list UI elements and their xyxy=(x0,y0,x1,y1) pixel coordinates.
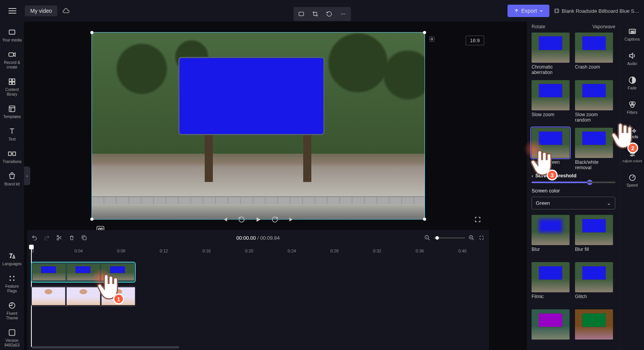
effect-subsection-toggle[interactable]: ‹ Screen threshold xyxy=(532,173,615,178)
export-button[interactable]: Export xyxy=(508,5,549,17)
fx-label: Blur xyxy=(532,247,570,257)
aspect-ratio-chip[interactable]: 16:9 xyxy=(466,36,484,45)
tab-label: Speed xyxy=(627,183,638,187)
more-icon[interactable] xyxy=(337,9,349,19)
sidebar-item-theme[interactable]: Fluent Theme xyxy=(1,299,23,323)
timeline-zoom-controls xyxy=(424,234,485,241)
rotate-icon[interactable] xyxy=(323,9,335,19)
sidebar-label: Record & create xyxy=(2,60,22,70)
screen-color-label: Screen color xyxy=(532,188,615,194)
tab-label: Filters xyxy=(627,110,637,115)
svg-point-39 xyxy=(629,175,635,181)
effect-extra2[interactable] xyxy=(575,309,614,341)
undo-icon[interactable] xyxy=(31,234,38,241)
svg-point-37 xyxy=(632,153,634,154)
sidebar-item-templates[interactable]: Templates xyxy=(1,102,23,122)
billboard-bluescreen xyxy=(178,57,325,135)
tab-fade[interactable]: Fade xyxy=(622,74,643,92)
select-value: Green xyxy=(536,200,550,206)
total-time: 00:09.84 xyxy=(260,235,280,241)
svg-point-15 xyxy=(13,276,15,278)
timeline-scrollbar[interactable] xyxy=(32,346,179,348)
project-title[interactable]: My video xyxy=(25,5,57,16)
fx-label: Crash zoom xyxy=(575,64,614,75)
sidebar-item-media[interactable]: Your media xyxy=(1,26,23,45)
cloud-sync-icon xyxy=(62,7,70,15)
sidebar-item-library[interactable]: Content library xyxy=(1,75,23,99)
duplicate-icon[interactable] xyxy=(81,234,88,241)
rewind-icon[interactable] xyxy=(238,216,245,225)
svg-rect-19 xyxy=(9,330,15,336)
canvas-selection[interactable]: 16:9 CC xyxy=(92,32,425,220)
svg-rect-13 xyxy=(13,152,16,155)
ruler-tick: 0:40 xyxy=(458,249,466,253)
fx-label: Slow zoom random xyxy=(575,112,614,123)
effect-bw-removal[interactable]: Black/white removal xyxy=(575,128,614,171)
tab-label: Fade xyxy=(628,86,637,90)
sidebar-item-version[interactable]: Version 8482a53 xyxy=(1,326,23,350)
slider-thumb[interactable] xyxy=(587,180,592,185)
zoom-in-icon[interactable] xyxy=(468,234,475,241)
skip-back-icon[interactable] xyxy=(222,216,229,225)
effect-slow-zoom-random[interactable]: Slow zoom random xyxy=(575,80,614,123)
zoom-slider[interactable] xyxy=(434,237,465,238)
tab-label: Adjust colors xyxy=(622,159,642,163)
threshold-slider[interactable] xyxy=(532,182,615,183)
sidebar-item-brandkit[interactable]: Brand kit xyxy=(1,170,23,189)
sidebar-item-flags[interactable]: Feature Flags xyxy=(1,272,23,296)
canvas-settings-icon[interactable] xyxy=(428,36,435,44)
topbar: My video Export Blank Roadside Billboard… xyxy=(0,0,644,22)
fit-zoom-icon[interactable] xyxy=(478,234,485,241)
zoom-out-icon[interactable] xyxy=(424,234,431,241)
sidebar-label: Templates xyxy=(3,115,21,119)
effect-blur-fill[interactable]: Blur fill xyxy=(575,215,614,257)
screen-color-select[interactable]: Green ⌄ xyxy=(532,197,615,209)
tab-audio[interactable]: Audio xyxy=(622,50,643,67)
crop-icon[interactable] xyxy=(309,9,321,19)
resize-handle[interactable] xyxy=(90,31,93,34)
skip-forward-icon[interactable] xyxy=(288,216,295,225)
video-preview xyxy=(92,33,425,219)
effect-crash-zoom[interactable]: Crash zoom xyxy=(575,33,614,75)
tab-filters[interactable]: Filters xyxy=(622,99,643,116)
effect-chromatic-aberration[interactable]: Chromatic aberration xyxy=(532,33,570,75)
play-button[interactable] xyxy=(254,216,262,225)
effect-blur[interactable]: Blur xyxy=(532,215,570,257)
resize-handle[interactable] xyxy=(423,31,426,34)
split-icon[interactable] xyxy=(56,234,63,241)
timeline-ruler[interactable]: 0 0:04 0:08 0:12 0:16 0:20 0:24 0:28 0:3… xyxy=(27,245,489,257)
sidebar-item-text[interactable]: Text xyxy=(1,125,23,144)
svg-rect-10 xyxy=(12,82,15,84)
subsection-label: Screen threshold xyxy=(535,173,577,178)
timeline-clip-person[interactable] xyxy=(31,286,136,307)
effect-glitch[interactable]: Glitch xyxy=(575,262,614,305)
fit-icon[interactable] xyxy=(295,9,307,19)
chevron-down-icon xyxy=(539,9,543,13)
svg-point-17 xyxy=(13,280,15,281)
delete-icon[interactable] xyxy=(68,234,75,241)
effect-extra1[interactable] xyxy=(532,309,570,341)
forward-icon[interactable] xyxy=(271,216,278,225)
redo-icon[interactable] xyxy=(43,234,50,241)
sidebar-item-transitions[interactable]: Transitions xyxy=(1,147,23,166)
effect-slow-zoom[interactable]: Slow zoom xyxy=(532,80,570,123)
hamburger-menu[interactable] xyxy=(5,3,20,19)
ruler-tick: 0:24 xyxy=(288,249,296,253)
timeline-clip-billboard[interactable] xyxy=(31,262,136,283)
tab-label: Audio xyxy=(627,62,637,66)
effect-green-screen[interactable]: Green screen xyxy=(532,128,570,171)
tab-speed[interactable]: Speed xyxy=(622,172,643,189)
fullscreen-icon[interactable] xyxy=(474,216,481,225)
ruler-tick: 0:16 xyxy=(202,249,211,253)
sidebar-item-languages[interactable]: Languages xyxy=(1,249,23,269)
tab-captions[interactable]: CCCaptions xyxy=(622,26,643,43)
svg-point-16 xyxy=(10,280,11,281)
fx-label: Glitch xyxy=(575,294,614,305)
left-sidebar: Your media Record & create Content libra… xyxy=(0,22,24,350)
tab-effects[interactable]: Effects xyxy=(622,123,643,141)
sidebar-item-record[interactable]: Record & create xyxy=(1,48,23,72)
svg-point-38 xyxy=(631,155,633,156)
tab-adjust[interactable]: Adjust colors xyxy=(622,148,643,165)
effect-filmic[interactable]: Filmic xyxy=(532,262,570,305)
fx-label: Black/white removal xyxy=(575,160,614,171)
